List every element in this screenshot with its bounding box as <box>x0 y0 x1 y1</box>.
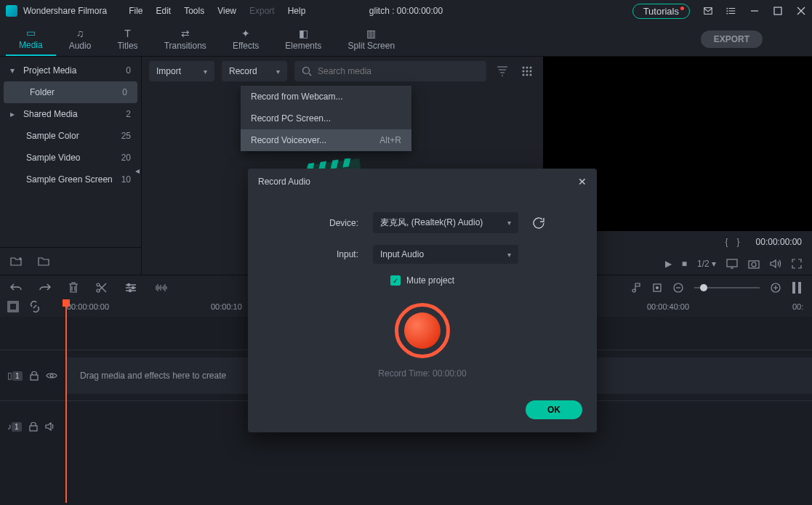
app-name: Wondershare Filmora <box>23 6 107 16</box>
mute-icon[interactable] <box>45 422 55 431</box>
menu-help[interactable]: Help <box>288 6 306 16</box>
menu-file[interactable]: File <box>129 6 142 16</box>
menu-view[interactable]: View <box>217 6 236 16</box>
record-button[interactable] <box>395 303 450 358</box>
input-value: Input Audio <box>380 249 424 259</box>
sidebar-item-label: Folder <box>30 87 122 97</box>
record-menu-webcam[interactable]: Record from Webcam... <box>241 86 411 108</box>
marker-icon[interactable] <box>652 283 662 293</box>
undo-icon[interactable] <box>10 283 22 293</box>
list-icon[interactable] <box>726 6 736 16</box>
svg-point-10 <box>526 70 528 73</box>
svg-point-27 <box>128 283 130 286</box>
menu-item-shortcut: Alt+R <box>379 135 401 145</box>
search-input[interactable] <box>318 66 479 76</box>
grid-view-icon[interactable] <box>518 62 536 80</box>
input-select[interactable]: Input Audio▾ <box>373 245 518 264</box>
mute-project-checkbox[interactable]: ✓ Mute project <box>390 275 454 286</box>
ruler-tick: 00:00:10 <box>211 302 242 311</box>
camera-icon[interactable] <box>748 259 760 269</box>
sidebar-item-shared-media[interactable]: ▸Shared Media2 <box>0 103 141 125</box>
svg-point-30 <box>632 289 635 292</box>
stop-button[interactable]: ■ <box>682 259 687 269</box>
chevron-down-icon: ▾ <box>10 65 19 76</box>
refresh-button[interactable] <box>533 217 544 229</box>
export-button[interactable]: EXPORT <box>701 31 763 48</box>
device-select[interactable]: 麦克风, (Realtek(R) Audio)▾ <box>373 212 518 233</box>
sidebar-item-label: Shared Media <box>23 109 78 119</box>
dialog-close-button[interactable]: ✕ <box>578 176 587 187</box>
tab-transitions[interactable]: ⇄Transitions <box>151 22 220 56</box>
text-icon: T <box>124 28 131 39</box>
display-icon[interactable] <box>726 259 738 269</box>
delete-icon[interactable] <box>68 282 79 294</box>
waveform-icon[interactable] <box>154 283 167 293</box>
sidebar-actions <box>0 247 141 275</box>
ruler-tick: 00:00:40:00 <box>647 302 689 311</box>
filter-icon[interactable] <box>494 62 511 80</box>
zoom-in-icon[interactable] <box>770 282 781 294</box>
volume-icon[interactable] <box>770 259 781 269</box>
audio-track-badge: ♪1 <box>7 421 22 432</box>
sidebar-item-project-media[interactable]: ▾Project Media0 <box>0 60 141 81</box>
eye-icon[interactable] <box>46 371 57 380</box>
svg-point-14 <box>530 74 532 76</box>
tab-effects[interactable]: ✦Effects <box>220 22 272 56</box>
record-menu-pc-screen[interactable]: Record PC Screen... <box>241 108 411 129</box>
video-track-badge: ▯1 <box>7 371 23 381</box>
envelope-icon[interactable] <box>703 6 713 16</box>
sidebar: ▾Project Media0 Folder0 ▸Shared Media2 S… <box>0 57 142 275</box>
split-icon[interactable] <box>96 282 108 294</box>
import-dropdown[interactable]: Import▾ <box>149 61 214 81</box>
adjust-icon[interactable] <box>125 283 137 293</box>
tab-audio[interactable]: ♫Audio <box>56 22 105 56</box>
ok-button[interactable]: OK <box>526 400 582 419</box>
close-button[interactable] <box>796 6 806 16</box>
music-marker-icon[interactable] <box>632 282 642 294</box>
tab-titles[interactable]: TTitles <box>104 22 150 56</box>
playhead[interactable] <box>65 299 67 503</box>
lock-icon[interactable] <box>30 371 39 381</box>
minimize-button[interactable] <box>749 6 760 16</box>
tab-split-screen[interactable]: ▥Split Screen <box>334 22 408 56</box>
record-menu: Record from Webcam... Record PC Screen..… <box>241 86 411 151</box>
sidebar-item-folder[interactable]: Folder0 <box>4 81 137 103</box>
menu-edit[interactable]: Edit <box>156 6 172 16</box>
svg-point-40 <box>50 374 53 377</box>
record-dropdown[interactable]: Record▾ <box>222 61 287 81</box>
menu-tools[interactable]: Tools <box>184 6 204 16</box>
music-icon: ♫ <box>76 28 84 39</box>
sidebar-item-sample-video[interactable]: Sample Video20 <box>0 147 141 169</box>
svg-rect-41 <box>30 426 37 431</box>
svg-point-5 <box>303 68 310 74</box>
tab-elements[interactable]: ◧Elements <box>272 22 334 56</box>
zoom-out-icon[interactable] <box>672 282 684 294</box>
fit-timeline-icon[interactable] <box>792 281 802 294</box>
tab-media[interactable]: ▭Media <box>6 22 56 56</box>
record-menu-voiceover[interactable]: Record Voiceover...Alt+R <box>241 129 411 151</box>
sidebar-list: ▾Project Media0 Folder0 ▸Shared Media2 S… <box>0 57 141 247</box>
tutorials-button[interactable]: Tutorials <box>632 4 690 19</box>
svg-rect-0 <box>704 8 712 15</box>
track-manage-icon[interactable] <box>7 301 19 312</box>
zoom-ratio[interactable]: 1/2 ▾ <box>697 259 716 269</box>
dialog-titlebar: Record Audio ✕ <box>248 169 597 195</box>
add-folder-icon[interactable] <box>38 256 51 267</box>
sidebar-item-sample-green[interactable]: Sample Green Screen10 <box>0 169 141 190</box>
sidebar-item-sample-color[interactable]: Sample Color25 <box>0 125 141 147</box>
media-toolbar: Import▾ Record▾ <box>142 57 543 86</box>
search-box[interactable] <box>294 61 486 81</box>
add-folder-plus-icon[interactable] <box>10 256 23 267</box>
link-icon[interactable] <box>29 301 41 312</box>
svg-point-25 <box>97 283 100 286</box>
app-logo-icon <box>6 5 17 17</box>
chevron-down-icon: ▾ <box>204 68 207 76</box>
svg-rect-4 <box>774 7 781 15</box>
zoom-ratio-label: 1/2 <box>697 259 710 269</box>
lock-icon[interactable] <box>29 421 38 432</box>
play-button[interactable]: ▶ <box>665 259 672 269</box>
fullscreen-icon[interactable] <box>792 259 802 269</box>
maximize-button[interactable] <box>773 6 783 16</box>
redo-icon[interactable] <box>39 283 51 293</box>
zoom-slider[interactable] <box>694 287 760 288</box>
